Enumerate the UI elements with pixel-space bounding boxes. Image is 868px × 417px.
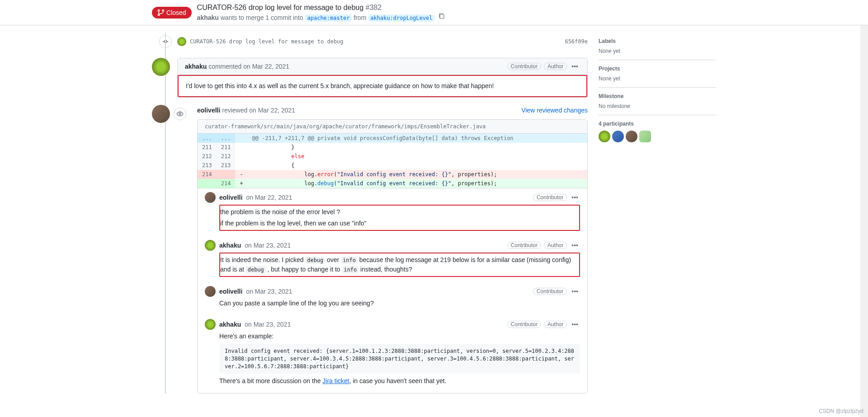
avatar[interactable]: [205, 286, 216, 297]
contributor-badge: Contributor: [533, 194, 567, 201]
comment-date[interactable]: on Mar 22, 2021: [243, 63, 289, 70]
pr-author-link[interactable]: akhaku: [197, 14, 219, 21]
comment-author[interactable]: akhaku: [185, 63, 207, 70]
kebab-menu[interactable]: •••: [570, 193, 580, 202]
avatar[interactable]: [205, 192, 216, 203]
hunk-header: ...... @@ -211,7 +211,7 @@ private void …: [198, 134, 587, 143]
svg-point-2: [179, 113, 181, 115]
reply-body: Can you paste a sample line of the log y…: [219, 299, 580, 308]
reply-body: the problem is the noise of the error le…: [219, 205, 580, 231]
review-item: eolivelli reviewed on Mar 22, 2021 View …: [152, 105, 588, 394]
participant-avatar[interactable]: [639, 131, 651, 142]
svg-rect-0: [440, 14, 444, 19]
reply-item: akhaku on Mar 23, 2021 Contributor Autho…: [198, 315, 587, 393]
sidebar-participants: 4 participants: [599, 115, 716, 148]
state-badge-closed: Closed: [152, 7, 192, 19]
reply-item: eolivelli on Mar 22, 2021 Contributor ••…: [198, 188, 587, 236]
pr-header-bar: Closed CURATOR-526 drop log level for me…: [0, 0, 868, 25]
kebab-menu[interactable]: •••: [570, 241, 580, 250]
author-badge: Author: [544, 321, 567, 328]
reply-date[interactable]: on Mar 23, 2021: [245, 321, 291, 328]
commit-row: CURATOR-526 drop log level for message t…: [159, 33, 588, 51]
kebab-menu[interactable]: •••: [570, 62, 580, 71]
commit-icon: [159, 35, 172, 48]
avatar[interactable]: [152, 58, 170, 76]
scrollbar[interactable]: ▴: [860, 0, 868, 394]
avatar[interactable]: [152, 105, 170, 123]
reply-date[interactable]: on Mar 22, 2021: [246, 194, 292, 201]
eye-icon: [174, 108, 186, 120]
contributor-badge: Contributor: [533, 288, 567, 295]
state-text: Closed: [166, 9, 186, 16]
pr-meta: akhaku wants to merge 1 commit into apac…: [197, 13, 716, 21]
diff-line: 213213 {: [198, 161, 587, 170]
reply-thread: eolivelli on Mar 22, 2021 Contributor ••…: [198, 188, 587, 393]
participant-avatar[interactable]: [626, 131, 637, 142]
kebab-menu[interactable]: •••: [570, 287, 580, 296]
view-reviewed-changes-link[interactable]: View reviewed changes: [521, 107, 588, 114]
comment-item: akhaku commented on Mar 22, 2021 Contrib…: [152, 58, 588, 98]
commit-sha[interactable]: 656f09e: [565, 38, 588, 45]
participant-avatar[interactable]: [612, 131, 624, 142]
comment-body: I'd love to get this into 4.x as well as…: [178, 75, 587, 97]
reply-author[interactable]: eolivelli: [219, 194, 242, 201]
diff-line: 212212 else: [198, 152, 587, 161]
reply-item: akhaku on Mar 23, 2021 Contributor Autho…: [198, 236, 587, 282]
contributor-badge: Contributor: [507, 242, 541, 249]
pr-title[interactable]: CURATOR-526 drop log level for message t…: [197, 4, 716, 12]
contributor-badge: Contributor: [507, 321, 541, 328]
commit-message[interactable]: CURATOR-526 drop log level for message t…: [190, 38, 561, 45]
sidebar-labels[interactable]: Labels None yet: [599, 33, 716, 60]
sidebar-milestone[interactable]: Milestone No milestone: [599, 88, 716, 115]
reply-author[interactable]: eolivelli: [219, 288, 242, 295]
diff-line: 211211 }: [198, 143, 587, 152]
reply-item: eolivelli on Mar 23, 2021 Contributor ••…: [198, 282, 587, 315]
sidebar-projects[interactable]: Projects None yet: [599, 60, 716, 88]
jira-ticket-link[interactable]: Jira ticket: [322, 377, 349, 384]
kebab-menu[interactable]: •••: [570, 320, 580, 329]
participant-avatar[interactable]: [599, 131, 610, 142]
code-block: Invalid config event received: {server.1…: [219, 344, 580, 374]
author-badge: Author: [544, 63, 567, 70]
avatar[interactable]: [205, 319, 216, 330]
svg-point-1: [164, 40, 166, 42]
reply-body: Here's an example: Invalid config event …: [219, 332, 580, 386]
reply-body: It is indeed the noise. I picked debug o…: [219, 253, 580, 277]
head-branch[interactable]: akhaku:dropLogLevel: [368, 14, 434, 22]
code-review-box: curator-framework/src/main/java/org/apac…: [197, 119, 588, 394]
reply-date[interactable]: on Mar 23, 2021: [245, 242, 291, 249]
reply-author[interactable]: akhaku: [219, 242, 241, 249]
avatar[interactable]: [205, 240, 216, 251]
pr-number: #382: [366, 4, 382, 11]
avatar[interactable]: [177, 37, 186, 46]
merge-icon: [157, 9, 165, 16]
reply-date[interactable]: on Mar 23, 2021: [246, 288, 292, 295]
reply-author[interactable]: akhaku: [219, 321, 241, 328]
author-badge: Author: [544, 242, 567, 249]
sidebar: Labels None yet Projects None yet Milest…: [599, 33, 716, 394]
review-date[interactable]: on Mar 22, 2021: [249, 107, 295, 114]
diff-table: ...... @@ -211,7 +211,7 @@ private void …: [198, 134, 587, 188]
base-branch[interactable]: apache:master: [305, 14, 352, 22]
file-path[interactable]: curator-framework/src/main/java/org/apac…: [198, 120, 587, 134]
diff-line-deleted: 214- log.error("Invalid config event rec…: [198, 170, 587, 179]
diff-line-added: 214+ log.debug("Invalid config event rec…: [198, 179, 587, 188]
copy-icon[interactable]: [438, 14, 445, 21]
contributor-badge: Contributor: [507, 63, 541, 70]
review-author[interactable]: eolivelli: [197, 107, 220, 114]
